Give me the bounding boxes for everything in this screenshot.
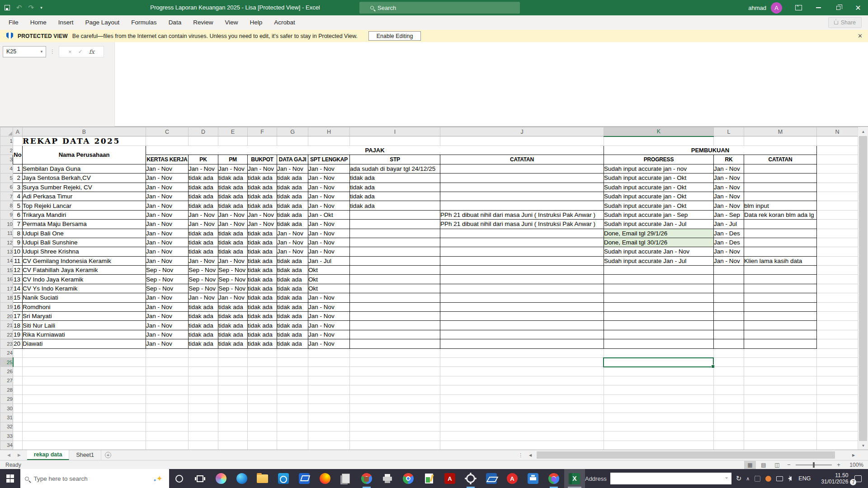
cell-M14[interactable]: Klien lama kasih data [744,256,817,265]
cell-C29[interactable] [146,394,189,404]
cell-I13[interactable] [350,247,440,256]
cell-J8[interactable] [440,201,604,210]
cell-N18[interactable] [817,293,858,302]
cell-N16[interactable] [817,275,858,284]
cell-B31[interactable] [23,413,146,422]
cell-H14[interactable]: Jan - Jul [308,256,350,265]
cell-D15[interactable]: Sep - Nov [189,266,218,275]
cell-K19[interactable] [604,302,714,311]
cell-E18[interactable]: Jan - Nov [218,293,248,302]
column-header-K[interactable]: K [604,127,714,136]
redo-icon[interactable]: ↷ [28,4,34,12]
cell-F18[interactable]: tidak ada [248,293,277,302]
selected-cell-K25[interactable] [603,357,714,367]
cell-A19[interactable]: 16 [13,302,23,311]
cell-E14[interactable]: Jan - Nov [218,256,248,265]
cell-N10[interactable] [817,220,858,229]
cell-B29[interactable] [23,394,146,404]
cell-H29[interactable] [308,394,350,404]
cell-K26[interactable] [604,367,714,376]
cell-A23[interactable]: 20 [13,339,23,348]
cell-K11[interactable]: Done, Email tgl 29/1/26 [604,229,714,238]
cell-D1[interactable] [189,136,218,146]
cell-C10[interactable]: Jan - Nov [146,220,189,229]
cell-I7[interactable]: tidak ada [350,192,440,201]
row-header-19[interactable]: 19 [0,302,13,311]
cell-A30[interactable] [13,404,23,413]
cell-J32[interactable] [440,422,604,431]
cell-A9[interactable]: 6 [13,210,23,219]
cell-B22[interactable]: Rika Kurniawati [23,330,146,339]
column-header-I[interactable]: I [350,127,440,136]
header-pembukuan[interactable]: PEMBUKUAN [604,146,817,155]
cell-F15[interactable]: tidak ada [248,266,277,275]
cell-B23[interactable]: Diawati [23,339,146,348]
cell-N23[interactable] [817,339,858,348]
cell-F8[interactable]: tidak ada [248,201,277,210]
subheader-progress-K[interactable]: PROGRESS [604,155,714,164]
search-box[interactable]: Search [359,2,520,14]
cell-L25[interactable] [714,357,744,366]
cell-F10[interactable]: Jan - Nov [248,220,277,229]
cell-M27[interactable] [744,376,817,385]
undo-icon[interactable]: ↶ [16,4,22,12]
cell-C1[interactable] [146,136,189,146]
cell-L4[interactable]: Jan - Nov [714,164,744,173]
cell-G8[interactable]: tidak ada [277,201,308,210]
cell-J1[interactable] [440,136,604,146]
cell-F30[interactable] [248,404,277,413]
cell-B30[interactable] [23,404,146,413]
cell-H25[interactable] [308,357,350,366]
cell-L30[interactable] [714,404,744,413]
cell-L22[interactable] [714,330,744,339]
cancel-entry-icon[interactable]: × [68,48,72,55]
cell-M24[interactable] [744,348,817,357]
cell-B20[interactable]: Sri Maryati [23,312,146,321]
cell-K12[interactable]: Done, Email tgl 30/1/26 [604,238,714,247]
minimize-button[interactable] [808,0,828,15]
cell-I33[interactable] [350,432,440,441]
cell-G27[interactable] [277,376,308,385]
cell-J13[interactable] [440,247,604,256]
taskbar-icon-task-view[interactable] [190,469,211,488]
cell-D11[interactable]: tidak ada [189,229,218,238]
cell-E4[interactable]: Jan - Nov [218,164,248,173]
cell-D31[interactable] [189,413,218,422]
menu-tab-file[interactable]: File [3,15,24,30]
cell-F34[interactable] [248,441,277,450]
cell-L1[interactable] [714,136,744,146]
row-header-8[interactable]: 8 [0,201,13,210]
cell-G25[interactable] [277,357,308,366]
cell-A8[interactable]: 5 [13,201,23,210]
row-header-20[interactable]: 20 [0,312,13,321]
cell-N2[interactable] [817,146,858,155]
row-header-27[interactable]: 27 [0,376,13,385]
cell-F14[interactable]: tidak ada [248,256,277,265]
cell-B10[interactable]: Permata Maju Bersama [23,220,146,229]
cell-H15[interactable]: Okt [308,266,350,275]
cell-K16[interactable] [604,275,714,284]
cell-J5[interactable] [440,174,604,183]
cell-D14[interactable]: Jan - Nov [189,256,218,265]
cell-I19[interactable] [350,302,440,311]
cell-G34[interactable] [277,441,308,450]
save-icon[interactable] [5,5,10,10]
cell-J25[interactable] [440,357,604,366]
cell-C25[interactable] [146,357,189,366]
cell-H13[interactable]: Jan - Nov [308,247,350,256]
cell-D4[interactable]: Jan - Nov [189,164,218,173]
cell-N1[interactable] [817,136,858,146]
scroll-up-icon[interactable]: ▲ [858,127,868,136]
column-header-L[interactable]: L [714,127,744,136]
cell-E17[interactable]: Sep - Nov [218,284,248,293]
scroll-down-icon[interactable]: ▼ [858,441,868,450]
cell-L23[interactable] [714,339,744,348]
cell-L21[interactable] [714,321,744,330]
cell-I4[interactable]: ada sudah di bayar tgl 24/12/25 [350,164,440,173]
cell-J33[interactable] [440,432,604,441]
cell-M7[interactable] [744,192,817,201]
cell-J30[interactable] [440,404,604,413]
cell-A13[interactable]: 10 [13,247,23,256]
row-header-14[interactable]: 14 [0,256,13,265]
cell-F6[interactable]: tidak ada [248,183,277,192]
